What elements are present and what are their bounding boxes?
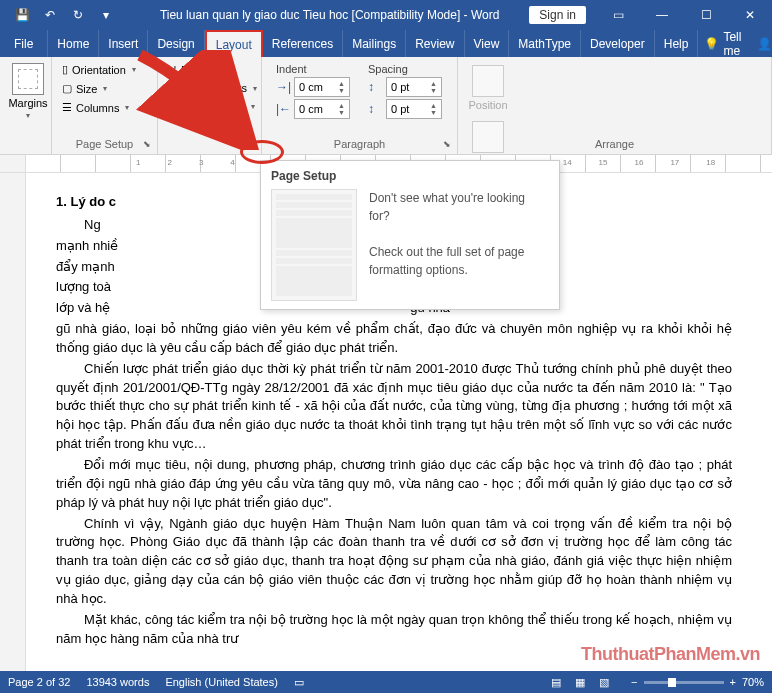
tell-me[interactable]: 💡Tell me xyxy=(698,30,747,57)
group-label-page-setup: Page Setup xyxy=(58,138,151,152)
space-after-input[interactable]: 0 pt▲▼ xyxy=(386,99,442,119)
zoom-slider[interactable] xyxy=(644,681,724,684)
view-buttons: ▤ ▦ ▧ xyxy=(545,673,615,691)
size-icon: ▢ xyxy=(62,82,72,95)
tab-mailings[interactable]: Mailings xyxy=(343,30,406,57)
tab-review[interactable]: Review xyxy=(406,30,464,57)
share-button[interactable]: 👤Share xyxy=(751,30,772,57)
group-arrange: Position Wrap Text ▣Bring Forward ▢Send … xyxy=(458,57,772,154)
word-count[interactable]: 13943 words xyxy=(86,676,149,688)
tab-home[interactable]: Home xyxy=(48,30,99,57)
minimize-icon[interactable]: — xyxy=(640,0,684,30)
page-indicator[interactable]: Page 2 of 32 xyxy=(8,676,70,688)
tab-file[interactable]: File xyxy=(0,30,48,57)
position-button[interactable]: Position xyxy=(464,61,512,111)
group-label-paragraph: Paragraph xyxy=(268,138,451,152)
tab-design[interactable]: Design xyxy=(148,30,204,57)
tab-help[interactable]: Help xyxy=(655,30,699,57)
indent-right-icon: |← xyxy=(276,102,292,116)
ribbon-display-icon[interactable]: ▭ xyxy=(596,0,640,30)
close-icon[interactable]: ✕ xyxy=(728,0,772,30)
space-before-input[interactable]: 0 pt▲▼ xyxy=(386,77,442,97)
page-setup-launcher[interactable]: ⬊ xyxy=(140,137,154,151)
tooltip-preview-image xyxy=(271,189,357,301)
hyphenation-button[interactable]: bcHyphenation▾ xyxy=(164,98,255,114)
ribbon: Margins ▾ ▯Orientation▾ ▢Size▾ ☰Columns▾… xyxy=(0,57,772,155)
group-paragraph: Indent →|0 cm▲▼ |←0 cm▲▼ Spacing ↕0 pt▲▼… xyxy=(262,57,458,154)
tab-references[interactable]: References xyxy=(263,30,343,57)
redo-icon[interactable]: ↻ xyxy=(64,0,92,30)
qat-customize-icon[interactable]: ▾ xyxy=(92,0,120,30)
margins-button[interactable]: Margins ▾ xyxy=(6,61,50,122)
group-margins: Margins ▾ xyxy=(0,57,52,154)
quick-access-toolbar: 💾 ↶ ↻ ▾ xyxy=(0,0,120,30)
save-icon[interactable]: 💾 xyxy=(8,0,36,30)
tooltip-title: Page Setup xyxy=(271,169,549,183)
space-before-icon: ↕ xyxy=(368,80,384,94)
vertical-ruler[interactable] xyxy=(0,173,26,673)
zoom-control: − + 70% xyxy=(631,676,764,688)
spacing-label: Spacing xyxy=(368,63,442,75)
sign-in-button[interactable]: Sign in xyxy=(529,6,586,24)
share-icon: 👤 xyxy=(757,37,772,51)
indent-left-icon: →| xyxy=(276,80,292,94)
tab-view[interactable]: View xyxy=(465,30,510,57)
indent-label: Indent xyxy=(276,63,350,75)
maximize-icon[interactable]: ☐ xyxy=(684,0,728,30)
indent-left-input[interactable]: 0 cm▲▼ xyxy=(294,77,350,97)
indent-right-input[interactable]: 0 cm▲▼ xyxy=(294,99,350,119)
language-indicator[interactable]: English (United States) xyxy=(165,676,278,688)
zoom-in-button[interactable]: + xyxy=(730,676,736,688)
tab-layout[interactable]: Layout xyxy=(205,30,263,57)
group-label-arrange: Arrange xyxy=(458,138,771,152)
hyphenation-icon: bc xyxy=(168,100,180,112)
size-button[interactable]: ▢Size▾ xyxy=(58,80,151,97)
web-layout-icon[interactable]: ▧ xyxy=(593,673,615,691)
paragraph-launcher[interactable]: ⬊ xyxy=(440,137,454,151)
titlebar: 💾 ↶ ↻ ▾ Tieu luan quan ly giao duc Tieu … xyxy=(0,0,772,30)
breaks-icon: ⤶ xyxy=(168,63,177,76)
orientation-icon: ▯ xyxy=(62,63,68,76)
undo-icon[interactable]: ↶ xyxy=(36,0,64,30)
lightbulb-icon: 💡 xyxy=(704,37,719,51)
breaks-button[interactable]: ⤶Breaks▾ xyxy=(164,61,255,78)
margins-icon xyxy=(12,63,44,95)
line-numbers-icon: ≡ xyxy=(168,82,174,94)
columns-icon: ☰ xyxy=(62,101,72,114)
tab-developer[interactable]: Developer xyxy=(581,30,655,57)
position-icon xyxy=(472,65,504,97)
zoom-out-button[interactable]: − xyxy=(631,676,637,688)
zoom-level[interactable]: 70% xyxy=(742,676,764,688)
print-layout-icon[interactable]: ▦ xyxy=(569,673,591,691)
line-numbers-button[interactable]: ≡Line Numbers▾ xyxy=(164,80,255,96)
tab-insert[interactable]: Insert xyxy=(99,30,148,57)
watermark: ThuthuatPhanMem.vn xyxy=(581,644,760,665)
window-title: Tieu luan quan ly giao duc Tieu hoc [Com… xyxy=(120,8,529,22)
ribbon-tabs: File Home Insert Design Layout Reference… xyxy=(0,30,772,57)
columns-button[interactable]: ☰Columns▾ xyxy=(58,99,151,116)
page-setup-tooltip: Page Setup Don't see what you're looking… xyxy=(260,160,560,310)
group-page-setup-2: ⤶Breaks▾ ≡Line Numbers▾ bcHyphenation▾ xyxy=(158,57,262,154)
tab-mathtype[interactable]: MathType xyxy=(509,30,581,57)
accessibility-icon[interactable]: ▭ xyxy=(294,676,304,689)
group-page-setup-1: ▯Orientation▾ ▢Size▾ ☰Columns▾ Page Setu… xyxy=(52,57,158,154)
status-bar: Page 2 of 32 13943 words English (United… xyxy=(0,671,772,693)
orientation-button[interactable]: ▯Orientation▾ xyxy=(58,61,151,78)
read-mode-icon[interactable]: ▤ xyxy=(545,673,567,691)
space-after-icon: ↕ xyxy=(368,102,384,116)
tooltip-text: Don't see what you're looking for? Check… xyxy=(369,189,549,301)
